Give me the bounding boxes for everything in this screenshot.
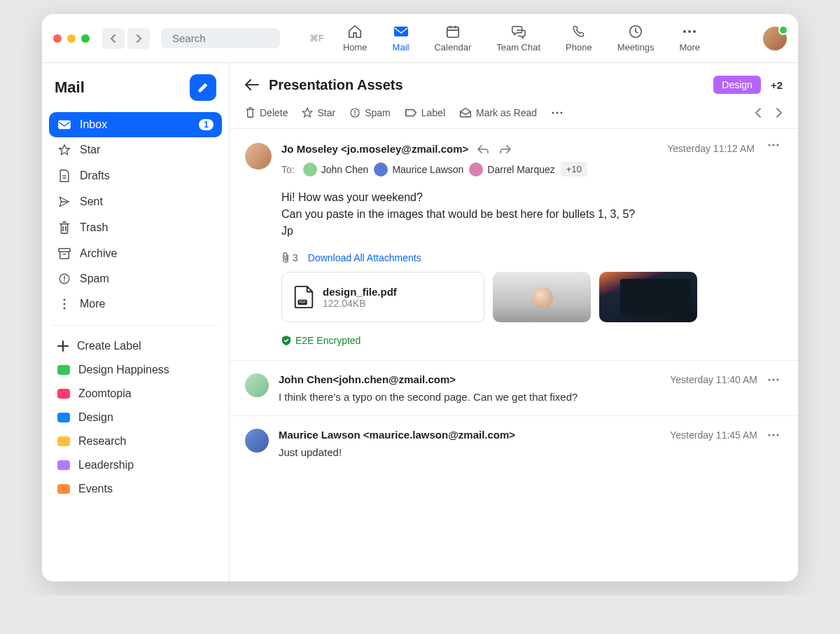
message-menu-button[interactable] (764, 143, 783, 147)
recipients-more[interactable]: +10 (561, 162, 587, 177)
window-minimize[interactable] (67, 34, 76, 43)
svg-rect-1 (394, 27, 408, 36)
label-events[interactable]: Events (49, 477, 222, 501)
folder-spam[interactable]: Spam (49, 266, 222, 291)
nav-meetings[interactable]: Meetings (617, 24, 654, 53)
folder-star[interactable]: Star (49, 137, 222, 163)
nav-more[interactable]: More (679, 24, 700, 53)
inbox-icon (57, 119, 71, 130)
svg-point-24 (776, 378, 778, 380)
action-label: Mark as Read (476, 107, 537, 118)
folder-label: Trash (80, 221, 108, 234)
chat-icon (511, 24, 526, 39)
svg-point-23 (772, 378, 774, 380)
nav-calendar[interactable]: Calendar (434, 24, 471, 53)
svg-point-5 (688, 30, 691, 33)
create-label-button[interactable]: Create Label (49, 334, 222, 358)
window-maximize[interactable] (81, 34, 90, 43)
label-research[interactable]: Research (49, 429, 222, 453)
action-mark-read[interactable]: Mark as Read (459, 107, 537, 118)
trash-icon (57, 221, 71, 235)
search-box[interactable]: ⌘F (161, 28, 280, 48)
user-avatar[interactable] (763, 27, 787, 50)
chevron-right-icon (135, 34, 142, 43)
home-icon (347, 24, 363, 39)
folder-label: More (80, 298, 105, 310)
action-more[interactable] (551, 111, 564, 115)
reply-time: Yesterday 11:45 AM (670, 429, 757, 441)
label-text: Events (78, 483, 113, 495)
download-all-link[interactable]: Download All Attachments (308, 252, 421, 263)
svg-point-4 (683, 30, 686, 33)
action-star[interactable]: Star (302, 107, 335, 118)
attachment-file[interactable]: PDF design_file.pdf 122.04KB (281, 272, 484, 322)
sender-avatar[interactable] (245, 143, 272, 170)
reply[interactable]: John Chen<john.chen@zmail.com> Yesterday… (230, 360, 798, 415)
nav-phone[interactable]: Phone (566, 24, 592, 53)
action-label[interactable]: Label (405, 107, 445, 118)
nav-team-chat[interactable]: Team Chat (496, 24, 540, 53)
thread-tag[interactable]: Design (713, 76, 761, 94)
label-design[interactable]: Design (49, 406, 222, 429)
traffic-lights (53, 34, 90, 43)
sent-icon (57, 195, 71, 208)
nav-home[interactable]: Home (343, 24, 368, 53)
attachment-image-1[interactable] (493, 272, 591, 322)
svg-point-15 (556, 111, 559, 113)
reply-button[interactable] (477, 144, 489, 154)
message-from: Jo Moseley <jo.moseley@zmail.com> (281, 143, 468, 155)
thread-tag-more[interactable]: +2 (771, 79, 783, 91)
action-spam[interactable]: Spam (349, 107, 391, 118)
label-text: Leadership (78, 459, 134, 471)
svg-point-19 (776, 144, 778, 146)
main-pane: Presentation Assets Design +2 Delete Sta… (230, 63, 798, 581)
reply-text: Just updated! (279, 446, 783, 458)
recipient[interactable]: Darrel Marquez (469, 163, 554, 177)
label-design-happiness[interactable]: Design Happiness (49, 358, 222, 382)
forward-button[interactable] (499, 144, 512, 154)
svg-point-27 (776, 434, 778, 436)
recipient-avatar-icon (303, 163, 317, 177)
pencil-icon (197, 81, 209, 94)
encryption-text: E2E Encrypted (295, 335, 360, 346)
folder-more[interactable]: More (49, 291, 222, 317)
label-text: Research (78, 435, 126, 448)
action-delete[interactable]: Delete (245, 106, 288, 118)
nav-arrows (102, 28, 150, 49)
compose-button[interactable] (190, 74, 216, 101)
thread-prev-button[interactable] (755, 107, 762, 118)
svg-point-16 (561, 111, 563, 113)
reply-menu-button[interactable] (764, 433, 783, 437)
window-close[interactable] (53, 34, 62, 43)
label-zoomtopia[interactable]: Zoomtopia (49, 382, 222, 406)
label-text: Design (78, 411, 113, 424)
thread-header: Presentation Assets Design +2 Delete Sta… (230, 63, 798, 128)
label-leadership[interactable]: Leadership (49, 453, 222, 477)
reply-menu-button[interactable] (764, 378, 783, 382)
svg-rect-2 (447, 27, 459, 38)
recipient-name: Maurice Lawson (392, 164, 463, 175)
thread-next-button[interactable] (776, 107, 783, 118)
svg-point-22 (768, 378, 770, 380)
svg-point-25 (768, 434, 770, 436)
action-label: Spam (365, 107, 391, 118)
chevron-left-icon (110, 34, 117, 43)
thread-back-button[interactable] (245, 79, 259, 90)
attachment-image-2[interactable] (599, 272, 697, 322)
folder-trash[interactable]: Trash (49, 214, 222, 241)
nav-forward-button[interactable] (127, 28, 150, 49)
folder-label: Sent (80, 195, 103, 208)
more-horizontal-icon (551, 111, 564, 115)
nav-mail[interactable]: Mail (393, 24, 410, 53)
recipient[interactable]: John Chen (303, 163, 369, 177)
star-icon (57, 144, 71, 156)
folder-sent[interactable]: Sent (49, 189, 222, 214)
recipient[interactable]: Maurice Lawson (374, 163, 463, 177)
reply[interactable]: Maurice Lawson <maurice.lawson@zmail.com… (230, 415, 798, 471)
nav-back-button[interactable] (102, 28, 125, 49)
app-window: ⌘F Home Mail Calendar Team Chat Phone (42, 14, 798, 581)
folder-archive[interactable]: Archive (49, 241, 222, 266)
svg-text:PDF: PDF (299, 301, 306, 304)
folder-inbox[interactable]: Inbox 1 (49, 112, 222, 137)
folder-drafts[interactable]: Drafts (49, 163, 222, 189)
